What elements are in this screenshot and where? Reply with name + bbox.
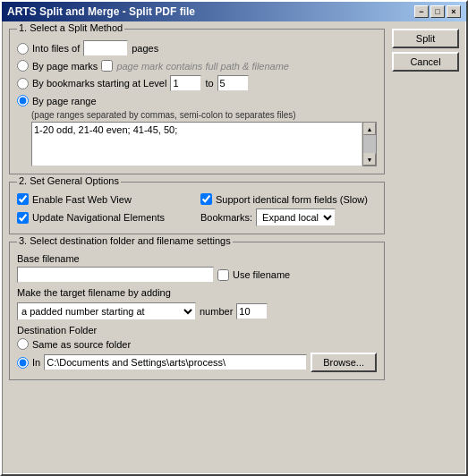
level-radio-row: By bookmarks starting at Level to <box>17 75 377 91</box>
radio-level[interactable] <box>17 78 29 89</box>
split-button[interactable]: Split <box>392 29 459 48</box>
close-button[interactable]: × <box>447 5 461 18</box>
title-bar: ARTS Split and Merge - Split PDF file − … <box>2 2 466 21</box>
section3-label: 3. Select destination folder and filenam… <box>17 235 233 246</box>
make-target-section: Make the target filename by adding <box>17 287 377 298</box>
dest-folder-label: Destination Folder <box>17 325 377 336</box>
nav-checkbox[interactable] <box>17 212 29 224</box>
bookmarks-select[interactable]: Expand local Expand all Collapse all Non… <box>256 208 336 226</box>
radio-bookmarks-label: By page marks <box>32 61 98 72</box>
vscrollbar[interactable]: ▲ ▼ <box>362 122 377 166</box>
use-filename-label: Use filename <box>233 269 290 280</box>
scroll-up-button[interactable]: ▲ <box>363 123 376 135</box>
radio-files[interactable] <box>17 43 29 55</box>
path-input[interactable] <box>44 354 307 370</box>
radio-in[interactable] <box>17 357 29 369</box>
dest-folder-options: Destination Folder Same as source folder… <box>17 325 377 372</box>
dest-section: Base filename Use filename Make the targ… <box>17 253 377 372</box>
numbering-select[interactable]: a padded number starting at a number sta… <box>17 302 196 320</box>
number-label: number <box>200 306 233 317</box>
in-row: In Browse... <box>17 353 377 372</box>
title-bar-buttons: − □ × <box>414 5 461 18</box>
section1-group: 1. Select a Split Method Into files of p… <box>9 29 385 174</box>
radio-bookmarks[interactable] <box>17 60 29 72</box>
use-filename-checkbox[interactable] <box>217 269 229 281</box>
range-container: (page ranges separated by commas, semi-c… <box>17 110 377 166</box>
radio-range-label: By page range <box>32 96 97 106</box>
level-to-input[interactable] <box>217 75 249 91</box>
dropdown-row: a padded number starting at a number sta… <box>17 302 377 320</box>
section3-group: 3. Select destination folder and filenam… <box>9 242 385 380</box>
filename-row: Use filename <box>17 267 377 283</box>
in-label: In <box>32 357 40 368</box>
fullpath-label: page mark contains full path & filename <box>116 61 289 72</box>
bookmarks-label: Bookmarks: <box>200 212 252 223</box>
base-filename-label: Base filename <box>17 253 377 264</box>
page-range-textarea[interactable]: 1-20 odd, 21-40 even; 41-45, 50; <box>31 122 362 166</box>
radio-level-label: By bookmarks starting at Level <box>32 78 166 89</box>
form-fields-row: Support identical form fields (Slow) <box>200 193 377 205</box>
general-options-grid: Enable Fast Web View Support identical f… <box>17 193 377 226</box>
maximize-button[interactable]: □ <box>430 5 445 18</box>
fast-web-row: Enable Fast Web View <box>17 193 193 205</box>
base-filename-input[interactable] <box>17 267 214 283</box>
files-radio-row: Into files of pages <box>17 40 377 56</box>
window-title: ARTS Split and Merge - Split PDF file <box>7 5 195 18</box>
level-from-input[interactable] <box>170 75 201 91</box>
radio-same-source[interactable] <box>17 338 29 350</box>
minimize-button[interactable]: − <box>414 5 429 18</box>
nav-row: Update Navigational Elements <box>17 208 193 226</box>
bookmarks-radio-row: By page marks page mark contains full pa… <box>17 60 377 72</box>
browse-button[interactable]: Browse... <box>311 353 377 372</box>
same-source-row: Same as source folder <box>17 338 377 350</box>
fast-web-checkbox[interactable] <box>17 193 29 205</box>
pages-input[interactable] <box>83 40 128 56</box>
side-panel: Split Cancel <box>392 29 459 467</box>
fast-web-label: Enable Fast Web View <box>32 194 132 205</box>
nav-label: Update Navigational Elements <box>32 212 165 223</box>
section2-label: 2. Set General Options <box>17 175 121 186</box>
section2-group: 2. Set General Options Enable Fast Web V… <box>9 182 385 234</box>
form-fields-checkbox[interactable] <box>200 193 212 205</box>
number-input[interactable] <box>236 303 268 319</box>
radio-range[interactable] <box>17 95 29 106</box>
bookmarks-row: Bookmarks: Expand local Expand all Colla… <box>200 208 377 226</box>
scroll-down-button[interactable]: ▼ <box>363 153 376 166</box>
base-filename-section: Base filename Use filename <box>17 253 377 283</box>
section1-label: 1. Select a Split Method <box>17 22 124 33</box>
main-panel: 1. Select a Split Method Into files of p… <box>9 29 385 467</box>
pages-label: pages <box>132 43 158 54</box>
level-to-label: to <box>205 78 213 89</box>
range-radio-row: By page range <box>17 95 377 106</box>
make-target-label: Make the target filename by adding <box>17 287 171 298</box>
range-desc: (page ranges separated by commas, semi-c… <box>31 110 377 120</box>
fullpath-checkbox[interactable] <box>101 60 113 72</box>
scroll-thumb[interactable] <box>363 135 376 153</box>
form-fields-label: Support identical form fields (Slow) <box>216 194 368 205</box>
radio-files-label: Into files of <box>32 43 80 54</box>
main-window: ARTS Split and Merge - Split PDF file − … <box>0 0 468 476</box>
page-range-container: 1-20 odd, 21-40 even; 41-45, 50; ▲ ▼ <box>31 122 377 166</box>
same-source-label: Same as source folder <box>32 339 131 350</box>
cancel-button[interactable]: Cancel <box>392 52 459 72</box>
split-method-options: Into files of pages By page marks page m… <box>17 40 377 166</box>
